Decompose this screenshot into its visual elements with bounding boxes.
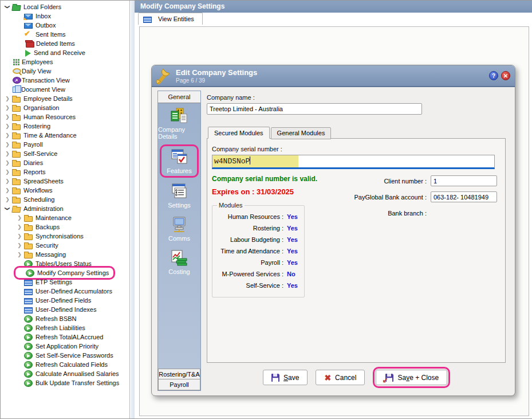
tree-item[interactable]: Synchronisations [1,232,129,241]
tree-item[interactable]: Refresh Liabilities [1,323,129,332]
expander-icon[interactable] [3,186,12,194]
tab-row: View Entities [135,13,532,25]
side-tab-settings[interactable]: Settings [158,179,200,212]
tree-item[interactable]: Organisation [1,103,129,112]
expander-icon[interactable] [3,104,12,112]
serial-number-input[interactable]: w4NDSNoP [212,155,495,169]
tree-item[interactable]: Scheduling [1,195,129,204]
close-icon[interactable]: ✕ [501,71,510,80]
tree-item[interactable]: Backups [1,222,129,232]
category-tab-payroll[interactable]: Payroll [158,379,200,390]
tree-item[interactable]: Diaries [1,158,129,167]
expander-icon[interactable] [15,232,24,240]
expander-icon[interactable] [3,205,12,213]
tree-item[interactable]: Self-Service [1,149,129,158]
expander-icon[interactable] [3,113,12,121]
category-tab-rostering-ta[interactable]: Rostering/T&A [158,369,200,379]
tree-item-label: User-Defined Indexes [36,306,96,313]
tree-item[interactable]: User-Defined Accumulators [1,287,129,296]
tab-general-modules[interactable]: General Modules [271,127,332,139]
expander-icon[interactable] [3,95,12,103]
tree-item[interactable]: Payroll [1,140,129,149]
tree-item-label: Workflows [23,187,53,194]
tree-item[interactable]: SpreadSheets [1,177,129,186]
tree-item[interactable]: Send and Receive [1,48,129,57]
expander-icon[interactable] [15,214,24,222]
tree-item-label: Organisation [23,104,59,111]
tab-view-entities[interactable]: View Entities [138,13,203,25]
category-tab-general[interactable]: General [158,91,200,103]
expander-icon[interactable] [15,250,24,259]
side-tab-costing[interactable]: Costing [158,245,200,279]
tree-item[interactable]: Daily View [1,66,129,76]
save-button[interactable]: Save [263,370,308,385]
tree-item[interactable]: Maintenance [1,213,129,222]
side-tab-label: Settings [168,202,191,209]
tree-item-icon [24,253,33,259]
expander-icon[interactable] [15,223,24,231]
sidebar-scrollbar[interactable] [131,1,135,418]
expander-icon[interactable] [3,159,12,167]
expander-icon[interactable] [3,150,12,158]
tree-item-label: Deleted Items [36,40,75,47]
tab-secured-modules[interactable]: Secured Modules [208,127,270,139]
expander-icon[interactable] [15,241,24,249]
account-field-input[interactable] [431,191,497,202]
tree-item[interactable]: Reports [1,167,129,177]
expander-icon[interactable] [3,122,12,130]
tree-item[interactable]: Security [1,241,129,250]
tree-item[interactable]: Workflows [1,186,129,195]
side-tab-features[interactable]: Features [160,144,199,178]
tree-item[interactable]: Employees [1,57,129,66]
expander-icon[interactable] [3,140,12,148]
dialog-page-indicator: Page 6 / 39 [176,77,489,84]
tree-item[interactable]: Inbox [1,11,129,21]
tree-item-label: Daily View [22,68,51,75]
cancel-button[interactable]: Cancel [316,370,365,385]
tree-item-content: Transaction View [3,76,70,85]
expander-icon[interactable] [3,168,12,176]
tree-item[interactable]: Outbox [1,21,129,30]
tree-item[interactable]: Human Resources [1,112,129,122]
account-field-input[interactable] [431,175,497,186]
tree-item[interactable]: Employee Details [1,94,129,103]
tree-item[interactable]: User-Defined Fields [1,296,129,305]
tree-item[interactable]: Transaction View [1,76,129,85]
tree-item[interactable]: Local Folders [1,2,129,11]
module-label: Human Resources : [216,213,283,220]
side-tab-company-details[interactable]: Company Details [158,103,200,143]
expander-icon[interactable] [3,131,12,139]
expander-icon[interactable] [3,195,12,203]
tree-item-content: Set Self-Service Passwords [15,351,113,360]
tree-item[interactable]: Set Self-Service Passwords [1,351,129,360]
tree-item[interactable]: Refresh TotalALAccrued [1,332,129,342]
tree-item[interactable]: Deleted Items [1,39,129,48]
tree-item[interactable]: Rostering [1,122,129,131]
tree-item[interactable]: Modify Company Settings [1,268,129,277]
settings-icon [170,183,189,200]
tree-item[interactable]: Calculate Annualised Salaries [1,369,129,378]
tree-item[interactable]: User-Defined Indexes [1,305,129,314]
expander-icon[interactable] [3,3,12,11]
module-row: Time and Attendance : Yes [216,245,301,257]
expander-icon[interactable] [3,177,12,185]
tree-item-icon [24,324,33,332]
help-icon[interactable]: ? [489,71,498,80]
tree-item[interactable]: Set Application Priority [1,342,129,351]
tree-item[interactable]: Refresh Calculated Fields [1,360,129,369]
tree-item[interactable]: Sent Items [1,30,129,39]
module-value: No [287,271,295,277]
tree-item[interactable]: Administration [1,204,129,213]
tree-item-icon [24,307,33,314]
save-close-button[interactable]: Save + Close [376,370,447,385]
company-name-input[interactable] [207,103,422,115]
side-tab-comms[interactable]: Comms [158,212,200,245]
module-value: Yes [287,213,298,220]
tree-item-label: Employees [22,58,53,65]
tree-item[interactable]: Time & Attendance [1,131,129,140]
tree-item[interactable]: Refresh BSBN [1,314,129,323]
tree-item[interactable]: Document View [1,85,129,94]
tree-item[interactable]: Messaging [1,250,129,259]
tree-item[interactable]: Bulk Update Transfer Settings [1,378,129,387]
module-value: Yes [287,282,298,289]
